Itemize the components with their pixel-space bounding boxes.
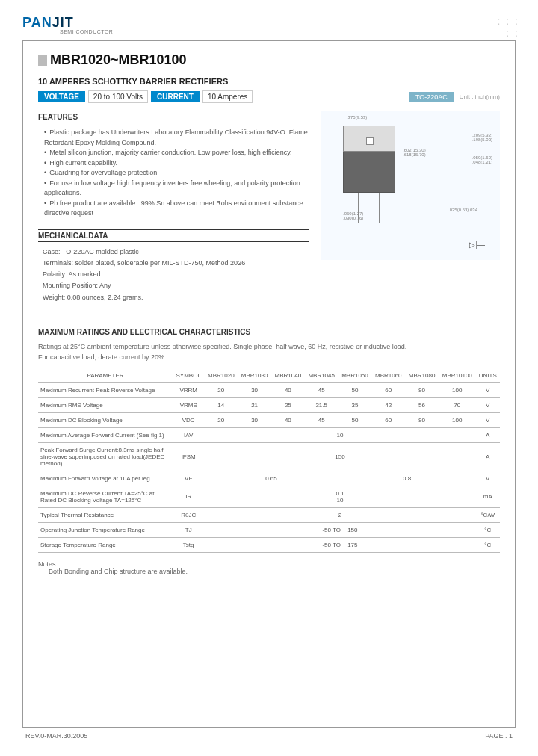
feature-item: Guardring for overvoltage protection. — [44, 168, 309, 179]
logo-part1: PAN — [22, 15, 52, 30]
document-subtitle: 10 AMPERES SCHOTTKY BARRIER RECTIFIERS — [38, 77, 500, 86]
revision-text: REV.0-MAR.30.2005 — [25, 732, 87, 740]
mechanical-header: MECHANICALDATA — [38, 229, 309, 242]
notes-body: Both Bonding and Chip structure are avai… — [38, 568, 500, 575]
mech-item: Case: TO-220AC molded plastic — [43, 247, 309, 258]
th: MBR1080 — [405, 368, 439, 383]
feature-item: Pb free product are available : 99% Sn a… — [44, 199, 309, 219]
th: MBR1050 — [338, 368, 372, 383]
table-row: Peak Forward Surge Current:8.3ms single … — [38, 442, 500, 471]
th: MBR1040 — [271, 368, 305, 383]
table-row: Maximum Average Forward Current (See fig… — [38, 427, 500, 442]
title-accent-box — [38, 55, 47, 66]
th-param: PARAMETER — [38, 368, 173, 383]
table-row: Storage Temperature RangeTstg-50 TO + 17… — [38, 537, 500, 552]
th: MBR1020 — [204, 368, 238, 383]
current-value: 10 Amperes — [202, 90, 253, 103]
th: MBR1060 — [371, 368, 405, 383]
logo-part2: JiT — [52, 15, 74, 30]
features-header: FEATURES — [38, 111, 309, 123]
diode-symbol-icon: ▷|— — [469, 241, 485, 249]
mech-item: Polarity: As marked. — [43, 269, 309, 280]
package-diagram: .375(9.53) .602(15.30).618(15.70) .050(1… — [321, 111, 500, 260]
table-row: Maximum DC Blocking VoltageVDC2030404550… — [38, 412, 500, 427]
brand-logo: PANJiT — [22, 15, 74, 30]
parameter-table: PARAMETER SYMBOL MBR1020 MBR1030 MBR1040… — [38, 368, 500, 553]
th: MBR10100 — [439, 368, 476, 383]
document-frame: MBR1020~MBR10100 10 AMPERES SCHOTTKY BAR… — [22, 40, 516, 728]
th-symbol: SYMBOL — [173, 368, 204, 383]
voltage-value: 20 to 100 Volts — [88, 90, 148, 103]
table-row: Maximum RMS VoltageVRMS14212531.53542567… — [38, 397, 500, 412]
feature-item: For use in low voltage high frequency in… — [44, 179, 309, 199]
table-header-row: PARAMETER SYMBOL MBR1020 MBR1030 MBR1040… — [38, 368, 500, 383]
table-row: Typical Thermal ResistanceRθJC2°C/W — [38, 507, 500, 522]
max-desc-1: Ratings at 25°C ambient temperature unle… — [38, 343, 500, 350]
table-row: Maximum DC Reverse Current TA=25°C at Ra… — [38, 486, 500, 507]
features-list: Plastic package has Underwriters Laborat… — [38, 128, 309, 219]
table-row: Maximum Forward Voltage at 10A per legVF… — [38, 471, 500, 486]
voltage-label: VOLTAGE — [38, 91, 85, 102]
decorative-dots: : : : : : — [498, 15, 519, 39]
th: MBR1045 — [305, 368, 338, 383]
table-row: Operating Junction Temperature RangeTJ-5… — [38, 522, 500, 537]
mech-item: Terminals: solder plated, solderable per… — [43, 258, 309, 269]
logo-subtitle: SEMI CONDUCTOR — [60, 29, 113, 34]
notes-section: Notes : Both Bonding and Chip structure … — [38, 560, 500, 575]
feature-item: Metal silicon junction, majority carrier… — [44, 148, 309, 158]
page-number: PAGE . 1 — [485, 732, 513, 740]
current-label: CURRENT — [151, 91, 200, 102]
feature-item: High current capability. — [44, 158, 309, 169]
th-units: UNITS — [476, 368, 500, 383]
max-ratings-header: MAXIMUM RATINGS AND ELECTRICAL CHARACTER… — [38, 326, 500, 338]
mech-item: Weight: 0.08 ounces, 2.24 grams. — [43, 292, 309, 303]
th: MBR1030 — [238, 368, 271, 383]
package-label: TO-220AC — [409, 92, 454, 102]
mech-item: Mounting Position: Any — [43, 280, 309, 291]
part-number-title: MBR1020~MBR10100 — [50, 52, 187, 68]
feature-item: Plastic package has Underwriters Laborat… — [44, 128, 309, 148]
table-row: Maximum Recurrent Peak Reverse VoltageVR… — [38, 382, 500, 397]
max-desc-2: For capacitive load, derate current by 2… — [38, 353, 500, 361]
package-unit: Unit : inch(mm) — [460, 93, 500, 100]
mechanical-list: Case: TO-220AC molded plastic Terminals:… — [38, 247, 309, 303]
notes-label: Notes : — [38, 560, 500, 568]
